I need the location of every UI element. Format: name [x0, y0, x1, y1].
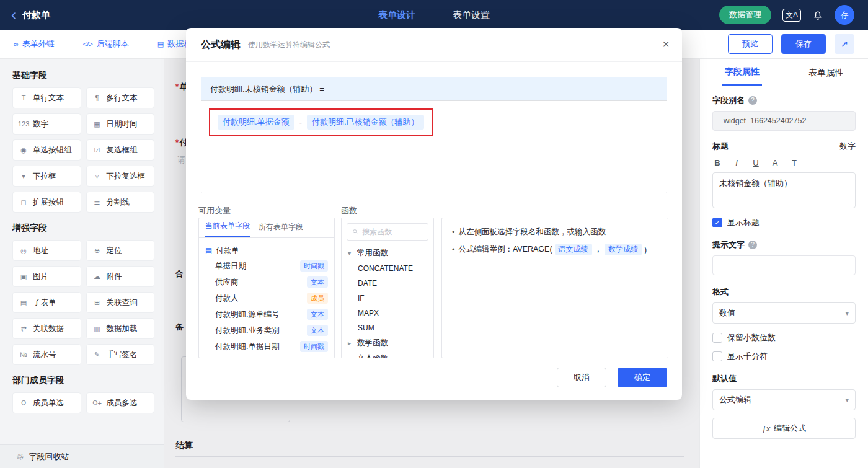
- variable-item[interactable]: 付款明细.源单编号文本: [205, 306, 328, 322]
- field-recycle-bin[interactable]: ♲ 字段回收站: [0, 444, 164, 468]
- field-item-multi-dropdown[interactable]: ▿下拉复选框: [86, 166, 155, 187]
- default-value-select[interactable]: 公式编辑 ▾: [712, 389, 856, 410]
- formula-editor[interactable]: 付款明细.单据金额 - 付款明细.已核销金额（辅助）: [202, 101, 666, 193]
- alias-input[interactable]: [712, 111, 856, 131]
- field-item-radio-group[interactable]: ◉单选按钮组: [12, 139, 81, 161]
- font-color-button[interactable]: A: [770, 158, 780, 167]
- help-icon[interactable]: ?: [748, 241, 757, 249]
- function-item[interactable]: DATE: [342, 276, 433, 291]
- field-item-address[interactable]: ◎地址: [12, 240, 81, 261]
- enhanced-field-grid: ◎地址 ⊕定位 ▣图片 ☁附件 ▤子表单 ⊞关联查询 ⇄关联数据 ▥数据加载 №…: [12, 240, 154, 365]
- tab-form-design[interactable]: 表单设计: [378, 9, 415, 21]
- variable-item[interactable]: 供应商文本: [205, 274, 328, 290]
- format-select[interactable]: 数值 ▾: [712, 302, 856, 324]
- tree-root-form[interactable]: ▤ 付款单: [205, 243, 328, 258]
- tab-form-properties[interactable]: 表单属性: [784, 59, 868, 86]
- function-search-input[interactable]: [362, 227, 423, 236]
- close-icon[interactable]: ×: [662, 38, 670, 50]
- field-item-divider[interactable]: ☰分割线: [86, 192, 155, 213]
- bold-button[interactable]: B: [712, 158, 722, 167]
- divider-icon: ☰: [92, 198, 103, 206]
- formula-field-chip[interactable]: 付款明细.单据金额: [218, 115, 294, 130]
- function-search[interactable]: [347, 223, 428, 241]
- preview-button[interactable]: 预览: [728, 34, 773, 54]
- section-title-basic: 基础字段: [12, 70, 154, 81]
- field-item-subform[interactable]: ▤子表单: [12, 292, 81, 313]
- show-title-checkbox[interactable]: ✓: [712, 218, 722, 227]
- decimal-checkbox-row[interactable]: 保留小数位数: [712, 332, 856, 343]
- confirm-button[interactable]: 确定: [618, 368, 667, 387]
- hint-input[interactable]: [712, 255, 856, 275]
- function-item[interactable]: SUM: [342, 320, 433, 335]
- field-label: 多行文本: [107, 93, 138, 104]
- avatar[interactable]: 存: [835, 5, 854, 25]
- field-item-extend-button[interactable]: ◻扩展按钮: [12, 192, 81, 213]
- tree-root-label: 付款单: [216, 245, 239, 256]
- tab-field-properties[interactable]: 字段属性: [700, 59, 784, 86]
- field-item-related-data[interactable]: ⇄关联数据: [12, 318, 81, 339]
- field-item-checkbox-group[interactable]: ☑复选框组: [86, 139, 155, 161]
- modal-subtitle: 使用数学运算符编辑公式: [248, 40, 330, 50]
- font-size-button[interactable]: T: [789, 158, 799, 167]
- decimal-checkbox[interactable]: [712, 333, 722, 343]
- subform-icon: ▤: [18, 299, 29, 307]
- language-icon[interactable]: 文A: [782, 9, 801, 22]
- field-item-datetime[interactable]: ▦日期时间: [86, 113, 155, 135]
- back-icon[interactable]: ‹: [11, 9, 16, 21]
- save-button[interactable]: 保存: [781, 34, 826, 54]
- format-toolbar: B I U A T: [712, 158, 856, 167]
- field-item-multi-text[interactable]: ¶多行文本: [86, 87, 155, 108]
- field-item-image[interactable]: ▣图片: [12, 266, 81, 287]
- function-group-math[interactable]: ▸ 数学函数: [342, 335, 433, 351]
- underline-button[interactable]: U: [751, 158, 761, 167]
- field-item-serial-number[interactable]: №流水号: [12, 344, 81, 365]
- tab-all-form-fields[interactable]: 所有表单字段: [259, 218, 303, 237]
- italic-button[interactable]: I: [732, 158, 742, 167]
- dropdown-icon: ▾: [18, 172, 29, 180]
- tab-form-settings[interactable]: 表单设置: [453, 9, 490, 21]
- variable-item[interactable]: 付款明细.业务类别文本: [205, 322, 328, 338]
- help-icon[interactable]: ?: [748, 96, 757, 105]
- tab-label: 所有表单字段: [259, 222, 303, 237]
- function-item[interactable]: CONCATENATE: [342, 261, 433, 276]
- variable-item[interactable]: 付款人成员: [205, 290, 328, 306]
- field-item-related-query[interactable]: ⊞关联查询: [86, 292, 155, 313]
- variable-item[interactable]: 付款明细.单据日期时间戳: [205, 338, 328, 355]
- formula-field-chip[interactable]: 付款明细.已核销金额（辅助）: [307, 115, 424, 130]
- modal-footer: 取消 确定: [557, 368, 667, 387]
- field-type-tag: 成员: [307, 293, 328, 304]
- field-item-signature[interactable]: ✎手写签名: [86, 344, 155, 365]
- function-item[interactable]: MAPX: [342, 306, 433, 320]
- field-item-data-load[interactable]: ▥数据加载: [86, 318, 155, 339]
- edit-formula-button[interactable]: ƒx 编辑公式: [712, 418, 856, 439]
- backend-script-link[interactable]: </> 后端脚本: [83, 38, 129, 50]
- cancel-button[interactable]: 取消: [557, 368, 606, 387]
- field-item-member-multi[interactable]: Ω+成员多选: [86, 392, 155, 413]
- tab-current-form-fields[interactable]: 当前表单字段: [205, 218, 250, 237]
- page-title[interactable]: 付款单: [22, 9, 50, 21]
- field-item-number[interactable]: 123数字: [12, 113, 81, 135]
- field-item-attachment[interactable]: ☁附件: [86, 266, 155, 287]
- field-item-location[interactable]: ⊕定位: [86, 240, 155, 261]
- show-title-checkbox-row[interactable]: ✓ 显示标题: [712, 217, 856, 228]
- topbar: ‹ 付款单 表单设计 表单设置 数据管理 文A 存: [0, 0, 868, 30]
- share-icon[interactable]: ↗: [835, 34, 854, 54]
- field-item-member-single[interactable]: Ω成员单选: [12, 392, 81, 413]
- help-line-2: • 公式编辑举例：AVERAGE( 语文成绩 ， 数学成绩 ): [452, 244, 658, 255]
- calendar-icon: ▦: [92, 120, 103, 128]
- field-item-single-text[interactable]: T单行文本: [12, 87, 81, 108]
- function-group-text[interactable]: ▸ 文本函数: [342, 351, 433, 358]
- variable-item[interactable]: 单据日期时间戳: [205, 258, 328, 274]
- data-manage-button[interactable]: 数据管理: [719, 6, 771, 24]
- thousand-checkbox-row[interactable]: 显示千分符: [712, 351, 856, 362]
- help-line-1: • 从左侧面板选择字段名和函数，或输入函数: [452, 227, 658, 237]
- extend-button-icon: ◻: [18, 198, 29, 206]
- function-group-common[interactable]: ▾ 常用函数: [342, 245, 433, 261]
- member-field-grid: Ω成员单选 Ω+成员多选: [12, 392, 154, 413]
- function-item[interactable]: IF: [342, 291, 433, 306]
- form-external-link[interactable]: ∞ 表单外链: [14, 38, 55, 50]
- thousand-checkbox[interactable]: [712, 351, 722, 361]
- field-item-dropdown[interactable]: ▾下拉框: [12, 166, 81, 187]
- title-textarea[interactable]: 未核销金额（辅助）: [712, 172, 856, 208]
- bell-icon[interactable]: [812, 9, 823, 20]
